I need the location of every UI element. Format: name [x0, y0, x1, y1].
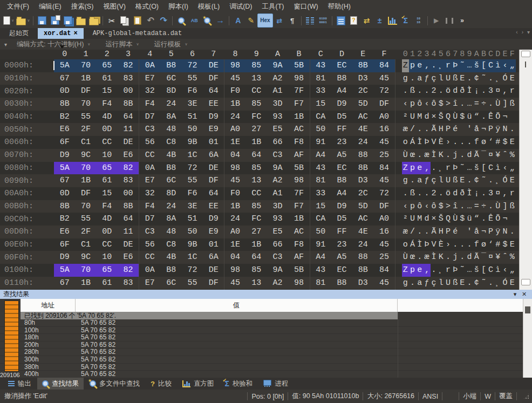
hex-byte-cell[interactable]: EC — [331, 162, 352, 175]
ascii-char-cell[interactable]: ß — [509, 98, 516, 111]
hex-byte-cell[interactable]: 4B — [160, 149, 181, 162]
hex-byte-cell[interactable]: 1C — [182, 149, 203, 162]
ascii-char-cell[interactable]: r — [509, 187, 516, 200]
hex-byte-cell[interactable]: A0 — [373, 111, 394, 124]
hex-byte-cell[interactable]: D5 — [331, 111, 352, 124]
ascii-char-cell[interactable]: ¯ — [480, 251, 487, 264]
hex-byte-cell[interactable]: DE — [203, 59, 224, 72]
hex-byte-cell[interactable]: 33 — [310, 85, 331, 98]
ascii-char-cell[interactable]: . — [459, 200, 466, 213]
ascii-char-cell[interactable]: E — [509, 72, 516, 85]
ascii-char-cell[interactable]: j — [452, 251, 459, 264]
calculator-button[interactable] — [335, 14, 347, 27]
ascii-char-cell[interactable]: ¢ — [473, 174, 480, 187]
find-result-row[interactable]: 300h5A 70 65 82 — [0, 356, 532, 364]
hex-byte-cell[interactable]: 61 — [97, 277, 118, 290]
bottom-tab-5[interactable]: Σ校验和 — [220, 378, 257, 390]
hex-byte-cell[interactable]: DE — [203, 162, 224, 175]
ascii-char-cell[interactable]: e — [416, 59, 423, 72]
hex-byte-cell[interactable]: 45 — [373, 174, 394, 187]
ascii-char-cell[interactable]: “ — [473, 213, 480, 226]
hex-byte-cell[interactable]: 85 — [246, 264, 267, 277]
ascii-char-cell[interactable]: Á — [409, 136, 416, 149]
hex-byte-cell[interactable]: 72 — [182, 162, 203, 175]
hex-byte-cell[interactable]: EE — [203, 200, 224, 213]
hex-byte-cell[interactable]: 8B — [118, 98, 139, 111]
hex-byte-cell[interactable]: A0 — [224, 123, 245, 136]
hex-byte-cell[interactable]: 3E — [182, 98, 203, 111]
hex-byte-cell[interactable]: 1B — [75, 72, 96, 85]
hex-byte-cell[interactable]: 88 — [352, 149, 373, 162]
hex-byte-cell[interactable]: 10 — [97, 251, 118, 264]
hex-byte-cell[interactable]: 64 — [118, 111, 139, 124]
ascii-char-cell[interactable]: = — [473, 98, 480, 111]
ascii-char-cell[interactable]: Þ — [452, 59, 459, 72]
hex-byte-cell[interactable]: F0 — [224, 187, 245, 200]
hex-byte-cell[interactable]: 43 — [310, 162, 331, 175]
ascii-char-cell[interactable]: j — [452, 149, 459, 162]
hex-byte-cell[interactable]: CC — [139, 251, 160, 264]
ascii-char-cell[interactable] — [459, 123, 466, 136]
ascii-char-cell[interactable]: ø — [480, 136, 487, 149]
hex-byte-cell[interactable]: 5B — [288, 162, 309, 175]
hex-byte-cell[interactable]: 64 — [118, 213, 139, 226]
ascii-char-cell[interactable]: p — [409, 98, 416, 111]
ascii-char-cell[interactable]: $ — [459, 111, 466, 124]
ascii-char-cell[interactable]: Ó — [501, 72, 508, 85]
ascii-char-cell[interactable]: p — [409, 200, 416, 213]
ascii-char-cell[interactable]: a — [416, 277, 423, 290]
hex-byte-cell[interactable]: A4 — [310, 149, 331, 162]
ascii-char-cell[interactable]: > — [445, 98, 452, 111]
collapse-toolbar-icon[interactable]: ▾ — [4, 42, 7, 47]
hex-byte-cell[interactable]: 83 — [118, 72, 139, 85]
hex-byte-cell[interactable]: 45 — [224, 72, 245, 85]
ascii-char-cell[interactable]: C — [487, 59, 494, 72]
hex-byte-cell[interactable]: 91 — [310, 238, 331, 251]
ascii-char-cell[interactable]: # — [494, 238, 501, 251]
ascii-char-cell[interactable]: ì — [494, 162, 501, 175]
ascii-char-cell[interactable]: … — [466, 59, 473, 72]
hex-byte-cell[interactable]: 6C — [160, 72, 181, 85]
hex-byte-cell[interactable]: 1B — [246, 238, 267, 251]
bottom-tab-6[interactable]: 进程 — [258, 378, 293, 390]
hex-byte-cell[interactable]: EE — [203, 98, 224, 111]
hex-byte-cell[interactable]: 15 — [97, 187, 118, 200]
hex-byte-cell[interactable]: DE — [118, 238, 139, 251]
ascii-char-cell[interactable]: ü — [466, 111, 473, 124]
hex-byte-cell[interactable]: B2 — [54, 213, 75, 226]
ascii-char-cell[interactable]: 2 — [431, 187, 438, 200]
hex-byte-cell[interactable]: 9B — [182, 136, 203, 149]
ascii-char-cell[interactable]: M — [416, 111, 423, 124]
menu-item-9[interactable]: 窗口(W) — [289, 1, 323, 13]
swap-bytes-button[interactable]: ⇄ — [360, 14, 373, 27]
ascii-char-cell[interactable]: Ê — [487, 213, 494, 226]
ascii-char-cell[interactable]: ¬ — [480, 123, 487, 136]
ascii-char-cell[interactable]: K — [438, 251, 445, 264]
ascii-char-cell[interactable]: Ù — [402, 149, 409, 162]
hex-byte-cell[interactable]: F4 — [97, 98, 118, 111]
hex-byte-cell[interactable]: 50 — [182, 123, 203, 136]
ascii-char-cell[interactable]: e — [416, 264, 423, 277]
find-result-row[interactable]: 80h5A 70 65 82 — [0, 319, 532, 327]
hex-byte-cell[interactable]: 70 — [75, 98, 96, 111]
file-tab-2[interactable]: APK-global-metadata.dat — [87, 28, 188, 39]
edit-mode-control-0[interactable]: 编辑方式: 十六进制(H)∨ — [17, 40, 90, 49]
find-result-row[interactable]: 380h5A 70 65 82 — [0, 364, 532, 371]
ascii-char-cell[interactable]: U — [409, 213, 416, 226]
hex-vertical-scrollbar[interactable] — [519, 50, 532, 290]
ascii-char-cell[interactable]: ] — [501, 98, 508, 111]
ascii-char-cell[interactable]: d — [466, 251, 473, 264]
template-results-button[interactable] — [347, 14, 360, 27]
ascii-char-cell[interactable]: E — [509, 136, 516, 149]
hex-byte-cell[interactable]: 24 — [352, 136, 373, 149]
hex-byte-cell[interactable]: 8A — [160, 111, 181, 124]
hex-byte-cell[interactable]: 65 — [97, 264, 118, 277]
ascii-char-cell[interactable]: C — [487, 264, 494, 277]
panel-close-icon[interactable]: ✕ — [520, 291, 529, 298]
ascii-char-cell[interactable]: p — [409, 264, 416, 277]
ascii-char-cell[interactable]: ‹ — [501, 59, 508, 72]
hex-byte-cell[interactable]: D3 — [352, 277, 373, 290]
ascii-char-cell[interactable]: ˜ — [459, 59, 466, 72]
ascii-char-cell[interactable]: Ì — [466, 187, 473, 200]
ascii-char-cell[interactable]: ¸ — [438, 59, 445, 72]
